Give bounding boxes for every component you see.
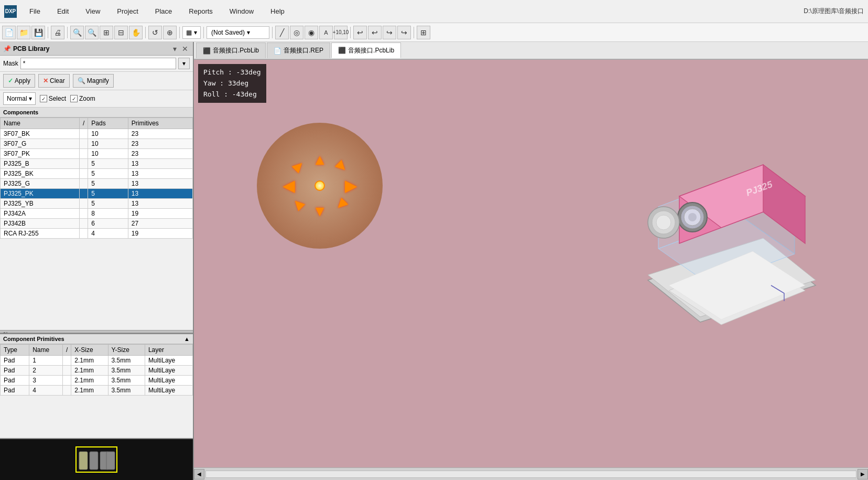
component-svg: PJ325 bbox=[616, 91, 837, 343]
open-button[interactable]: 📁 bbox=[17, 26, 30, 39]
table-row[interactable]: PJ325_B 5 13 bbox=[1, 159, 193, 169]
table-row[interactable]: PJ325_BK 5 13 bbox=[1, 169, 193, 179]
scroll-track[interactable] bbox=[205, 471, 856, 478]
cell-name: PJ325_BK bbox=[1, 169, 80, 179]
nav-arrow-down[interactable]: ▼ bbox=[312, 203, 327, 220]
zoom-in-button[interactable]: 🔍 bbox=[70, 26, 84, 39]
undo-button[interactable]: ↩ bbox=[353, 26, 367, 39]
tab-pcblib-2[interactable]: ⬛ 音频接口.PcbLib bbox=[331, 42, 401, 58]
net-tool[interactable]: ◎ bbox=[290, 26, 303, 39]
components-table[interactable]: Name / Pads Primitives 3F07_BK 10 23 3F0… bbox=[0, 118, 193, 330]
menu-window[interactable]: Window bbox=[225, 5, 258, 17]
primitives-data-table: Type Name / X-Size Y-Size Layer Pad 1 2.… bbox=[0, 344, 193, 396]
select-label: Select bbox=[49, 95, 66, 102]
cell-name: PJ325_B bbox=[1, 159, 80, 169]
panel-close[interactable]: ✕ bbox=[180, 45, 190, 53]
tab-pcblib-1[interactable]: ⬛ 音频接口.PcbLib bbox=[196, 42, 266, 58]
wire-tool[interactable]: ╱ bbox=[275, 26, 289, 39]
new-button[interactable]: 📄 bbox=[2, 26, 16, 39]
menu-help[interactable]: Help bbox=[266, 5, 289, 17]
mask-dropdown-btn[interactable]: ▾ bbox=[178, 58, 190, 69]
panel-pin-icon[interactable]: 📌 bbox=[3, 45, 11, 52]
nav-arrow-dr[interactable]: ▶ bbox=[333, 197, 349, 213]
col-primitives[interactable]: Primitives bbox=[128, 118, 192, 129]
prim-cell-xsize: 2.1mm bbox=[71, 376, 108, 386]
menu-file[interactable]: File bbox=[25, 5, 45, 17]
nav-arrow-left[interactable]: ◀ bbox=[283, 177, 295, 195]
zoom-checkbox[interactable] bbox=[70, 95, 78, 102]
panel-minimize[interactable]: ▾ bbox=[171, 45, 178, 53]
clear-button[interactable]: ✕ Clear bbox=[38, 74, 70, 88]
table-row[interactable]: Pad 4 2.1mm 3.5mm MultiLaye bbox=[1, 386, 193, 396]
mask-input[interactable] bbox=[20, 58, 176, 69]
prim-col-ysize[interactable]: Y-Size bbox=[108, 345, 145, 356]
prim-col-name[interactable]: Name bbox=[29, 345, 63, 356]
refresh-button[interactable]: ↺ bbox=[148, 26, 162, 39]
via-tool[interactable]: ◉ bbox=[305, 26, 318, 39]
cell-pads: 10 bbox=[88, 149, 128, 159]
col-pads[interactable]: Pads bbox=[88, 118, 128, 129]
menu-project[interactable]: Project bbox=[113, 5, 142, 17]
zoom-checkbox-label[interactable]: Zoom bbox=[70, 95, 95, 102]
bottom-scrollbar: ◀ ▶ bbox=[194, 467, 868, 480]
table-row[interactable]: RCA RJ-255 4 19 bbox=[1, 229, 193, 239]
redo-button[interactable]: ↪ bbox=[383, 26, 396, 39]
table-row[interactable]: 3F07_PK 10 23 bbox=[1, 149, 193, 159]
table-row[interactable]: Pad 1 2.1mm 3.5mm MultiLaye bbox=[1, 356, 193, 366]
normal-dropdown[interactable]: Normal ▾ bbox=[3, 92, 36, 105]
save-button[interactable]: 💾 bbox=[31, 26, 45, 39]
menu-reports[interactable]: Reports bbox=[185, 5, 217, 17]
table-row[interactable]: 3F07_G 10 23 bbox=[1, 139, 193, 149]
select-checkbox[interactable] bbox=[40, 95, 47, 102]
prim-col-xsize[interactable]: X-Size bbox=[71, 345, 108, 356]
primitives-table-wrap[interactable]: Type Name / X-Size Y-Size Layer Pad 1 2.… bbox=[0, 344, 193, 438]
nav-circle[interactable]: ▲ ▼ ◀ ▶ ▶ ▶ ▶ ▶ bbox=[257, 123, 383, 249]
table-row[interactable]: Pad 3 2.1mm 3.5mm MultiLaye bbox=[1, 376, 193, 386]
table-row[interactable]: 3F07_BK 10 23 bbox=[1, 129, 193, 139]
col-sort[interactable]: / bbox=[80, 118, 88, 129]
magnify-button[interactable]: 🔍 Magnify bbox=[73, 74, 114, 88]
menu-place[interactable]: Place bbox=[151, 5, 177, 17]
select-button[interactable]: ⊕ bbox=[163, 26, 177, 39]
prim-col-type[interactable]: Type bbox=[1, 345, 29, 356]
text-tool[interactable]: A bbox=[319, 26, 333, 39]
nav-arrow-dl[interactable]: ▶ bbox=[290, 197, 306, 213]
apply-button[interactable]: ✓ Apply bbox=[3, 74, 35, 88]
grid-button[interactable]: ⊞ bbox=[417, 26, 430, 39]
cell-primitives: 13 bbox=[128, 189, 192, 199]
apply-label: Apply bbox=[15, 77, 30, 84]
tab-rep[interactable]: 📄 音频接口.REP bbox=[267, 42, 330, 58]
pan-button[interactable]: ✋ bbox=[129, 26, 143, 39]
table-row[interactable]: PJ325_PK 5 13 bbox=[1, 189, 193, 199]
col-name[interactable]: Name bbox=[1, 118, 80, 129]
print-button[interactable]: 🖨 bbox=[51, 26, 64, 39]
table-row[interactable]: PJ325_YB 5 13 bbox=[1, 199, 193, 209]
cell-pads: 10 bbox=[88, 139, 128, 149]
prim-cell-layer: MultiLaye bbox=[145, 356, 192, 366]
table-row[interactable]: PJ325_G 5 13 bbox=[1, 179, 193, 189]
redo2-button[interactable]: ↪ bbox=[397, 26, 411, 39]
measure-tool[interactable]: +10,10 bbox=[334, 26, 348, 39]
table-row[interactable]: PJ342A 8 19 bbox=[1, 209, 193, 219]
prim-col-layer[interactable]: Layer bbox=[145, 345, 192, 356]
zoom-area-button[interactable]: ⊟ bbox=[114, 26, 128, 39]
nav-arrow-up[interactable]: ▲ bbox=[312, 152, 327, 168]
prim-col-sort[interactable]: / bbox=[62, 345, 71, 356]
not-saved-dropdown[interactable]: (Not Saved) ▾ bbox=[207, 26, 269, 39]
scroll-right-btn[interactable]: ▶ bbox=[858, 469, 868, 479]
zoom-out-button[interactable]: 🔍 bbox=[85, 26, 99, 39]
table-row[interactable]: Pad 2 2.1mm 3.5mm MultiLaye bbox=[1, 366, 193, 376]
nav-arrow-ur[interactable]: ▶ bbox=[333, 158, 349, 174]
nav-arrow-ul[interactable]: ▶ bbox=[290, 158, 306, 174]
scroll-left-btn[interactable]: ◀ bbox=[194, 469, 204, 479]
menu-edit[interactable]: Edit bbox=[53, 5, 73, 17]
select-checkbox-label[interactable]: Select bbox=[40, 95, 66, 102]
primitives-scroll-up[interactable]: ▲ bbox=[184, 336, 190, 342]
zoom-fit-button[interactable]: ⊞ bbox=[100, 26, 113, 39]
snap-dropdown[interactable]: ▦ ▾ bbox=[182, 26, 201, 39]
nav-arrow-right[interactable]: ▶ bbox=[345, 177, 356, 195]
view-3d[interactable]: Pitch : -33deg Yaw : 33deg Roll : -43deg… bbox=[194, 60, 868, 467]
table-row[interactable]: PJ342B 6 27 bbox=[1, 219, 193, 229]
menu-view[interactable]: View bbox=[81, 5, 104, 17]
undo2-button[interactable]: ↩ bbox=[368, 26, 382, 39]
